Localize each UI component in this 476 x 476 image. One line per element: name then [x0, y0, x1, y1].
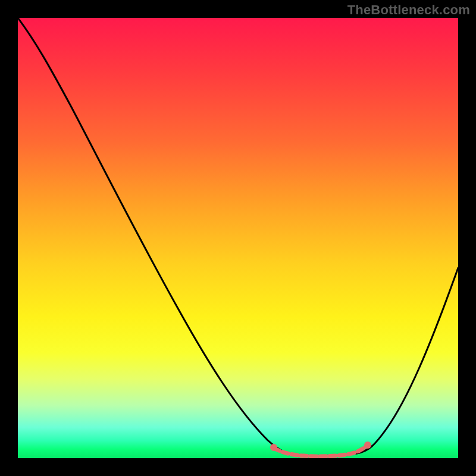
bottleneck-curve [18, 18, 458, 456]
chart-frame: TheBottleneck.com [0, 0, 476, 476]
optimal-range-marker [274, 445, 368, 456]
optimal-end-dot [364, 441, 371, 449]
optimal-start-dot [270, 444, 277, 451]
curve-svg [18, 18, 458, 458]
watermark-text: TheBottleneck.com [347, 2, 470, 18]
plot-area [18, 18, 458, 458]
